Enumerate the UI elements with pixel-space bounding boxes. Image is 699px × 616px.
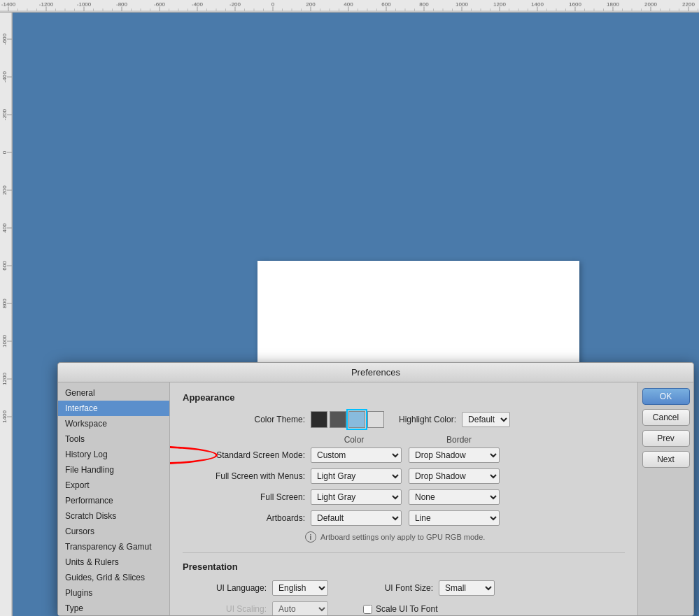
artboard-info-row: i Artboard settings only apply to GPU RG… (305, 531, 625, 543)
screen-mode-rows: Standard Screen Mode:CustomBlackWhiteLig… (183, 447, 625, 526)
dialog-body: GeneralInterfaceWorkspaceToolsHistory Lo… (58, 382, 693, 615)
ui-font-size-group: UI Font Size: TinySmallMediumLarge (349, 580, 495, 596)
presentation-section: Presentation UI Language: EnglishGermanF… (183, 552, 625, 615)
sidebar-item-type[interactable]: Type (58, 601, 169, 615)
screen-mode-row-3: Artboards:DefaultCustomLight GrayDark Gr… (183, 510, 625, 526)
screen-mode-label-2: Full Screen: (183, 492, 305, 502)
color-swatch-0[interactable] (311, 411, 327, 428)
sidebar-item-file-handling[interactable]: File Handling (58, 462, 169, 478)
sidebar-item-tools[interactable]: Tools (58, 431, 169, 447)
screen-mode-row-1: Full Screen with Menus:CustomBlackWhiteL… (183, 468, 625, 484)
sidebar-item-scratch-disks[interactable]: Scratch Disks (58, 508, 169, 524)
color-swatch-3[interactable] (367, 411, 384, 428)
info-icon: i (305, 531, 316, 543)
sidebar-item-interface[interactable]: Interface (58, 401, 169, 416)
appearance-title: Appearance (183, 392, 625, 403)
column-headers: Color Border (305, 435, 625, 445)
ui-scaling-label: UI Scaling: (183, 604, 267, 614)
color-theme-label: Color Theme: (183, 415, 305, 424)
screen-mode-label-1: Full Screen with Menus: (183, 471, 305, 481)
ui-language-label: UI Language: (183, 583, 267, 593)
color-select-2[interactable]: CustomBlackWhiteLight GrayDark Gray (311, 489, 402, 505)
color-swatch-1[interactable] (330, 411, 346, 428)
screen-mode-label-0: Standard Screen Mode: (183, 450, 305, 460)
color-select-3[interactable]: DefaultCustomLight GrayDark Gray (311, 510, 402, 526)
dialog-title: Preferences (351, 367, 400, 378)
ui-language-group: UI Language: EnglishGermanFrenchJapanese… (183, 580, 328, 596)
color-select-1[interactable]: CustomBlackWhiteLight GrayDark Gray (311, 468, 402, 484)
color-swatch-2[interactable] (348, 411, 365, 428)
screen-mode-row-2: Full Screen:CustomBlackWhiteLight GrayDa… (183, 489, 625, 505)
ui-language-select[interactable]: EnglishGermanFrenchJapaneseChinese (272, 580, 328, 596)
ui-font-size-select[interactable]: TinySmallMediumLarge (439, 580, 495, 596)
border-select-0[interactable]: Drop ShadowNoneLine (409, 447, 500, 463)
border-select-1[interactable]: Drop ShadowNoneLine (409, 468, 500, 484)
sidebar: GeneralInterfaceWorkspaceToolsHistory Lo… (58, 382, 170, 615)
color-column-header: Color (305, 435, 403, 445)
ruler-left-canvas (0, 13, 13, 616)
ruler-left (0, 13, 13, 616)
border-select-3[interactable]: Drop ShadowNoneLine (409, 510, 500, 526)
sidebar-item-workspace[interactable]: Workspace (58, 416, 169, 431)
screen-mode-label-3: Artboards: (183, 513, 305, 523)
color-select-0[interactable]: CustomBlackWhiteLight GrayDark Gray (311, 447, 402, 463)
sidebar-item-export[interactable]: Export (58, 478, 169, 493)
ui-scaling-select[interactable]: Auto100%150%200% (272, 601, 328, 615)
ui-font-size-label: UI Font Size: (349, 583, 433, 593)
preferences-dialog: Preferences GeneralInterfaceWorkspaceToo… (57, 362, 694, 616)
ui-scaling-group: UI Scaling: Auto100%150%200% (183, 601, 328, 615)
swatch-container (311, 411, 386, 428)
cancel-button[interactable]: Cancel (642, 409, 690, 426)
prev-button[interactable]: Prev (642, 430, 690, 447)
screen-mode-row-0: Standard Screen Mode:CustomBlackWhiteLig… (183, 447, 625, 463)
scale-ui-text: Scale UI To Font (376, 604, 438, 614)
ruler-top-canvas (0, 0, 699, 12)
presentation-title: Presentation (183, 561, 625, 572)
sidebar-item-transparency-&-gamut[interactable]: Transparency & Gamut (58, 539, 169, 554)
highlight-color-label: Highlight Color: (399, 415, 456, 424)
border-select-2[interactable]: Drop ShadowNoneLine (409, 489, 500, 505)
dialog-buttons: OK Cancel Prev Next (637, 382, 693, 615)
presentation-row-1: UI Language: EnglishGermanFrenchJapanese… (183, 580, 625, 596)
main-content: Appearance Color Theme: Highlight Color:… (170, 382, 637, 615)
ok-button[interactable]: OK (642, 388, 690, 405)
highlight-color-select[interactable]: DefaultBlueRedGreen (462, 412, 510, 427)
ruler-top (0, 0, 699, 13)
scale-ui-label[interactable]: Scale UI To Font (363, 604, 438, 614)
scale-ui-group: Scale UI To Font (363, 604, 438, 614)
scale-ui-checkbox[interactable] (363, 605, 372, 614)
artboard-info-text: Artboard settings only apply to GPU RGB … (320, 533, 485, 541)
sidebar-item-general[interactable]: General (58, 385, 169, 401)
sidebar-item-performance[interactable]: Performance (58, 493, 169, 508)
sidebar-item-plugins[interactable]: Plugins (58, 585, 169, 601)
color-theme-row: Color Theme: Highlight Color: DefaultBlu… (183, 411, 625, 428)
sidebar-item-history-log[interactable]: History Log (58, 447, 169, 462)
sidebar-item-guides,-grid-&-slices[interactable]: Guides, Grid & Slices (58, 570, 169, 585)
appearance-section: Appearance Color Theme: Highlight Color:… (183, 392, 625, 543)
dialog-titlebar: Preferences (58, 363, 693, 382)
border-column-header: Border (410, 435, 508, 445)
sidebar-item-cursors[interactable]: Cursors (58, 524, 169, 539)
next-button[interactable]: Next (642, 451, 690, 468)
sidebar-item-units-&-rulers[interactable]: Units & Rulers (58, 554, 169, 570)
presentation-row-2: UI Scaling: Auto100%150%200% Scale UI To… (183, 601, 625, 615)
